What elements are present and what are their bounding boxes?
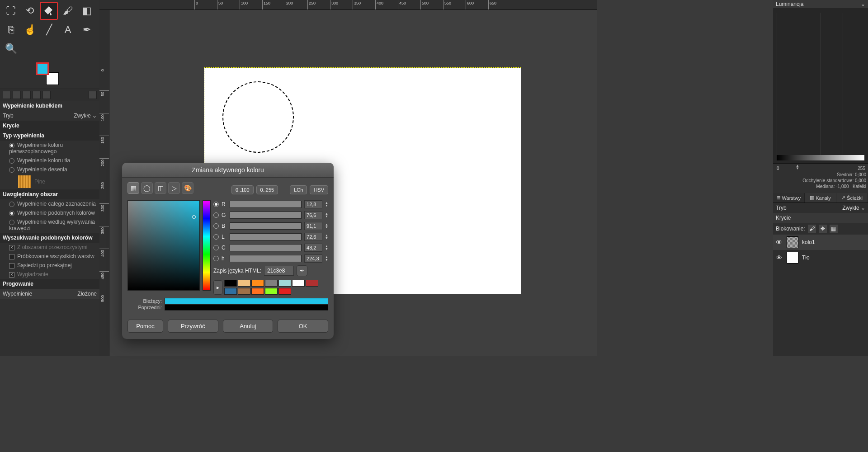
- recent-color-swatch[interactable]: [278, 280, 291, 287]
- fill-by-row[interactable]: Wypełnienie Złożone: [0, 289, 99, 299]
- spinner-L[interactable]: ▲▼: [325, 234, 328, 240]
- area-similar-radio[interactable]: Wypełnienie podobnych kolorów: [0, 208, 99, 217]
- check-sample[interactable]: Próbkowanie wszystkich warstw: [0, 252, 99, 261]
- lock-position-icon[interactable]: ✥: [819, 225, 827, 233]
- eye-icon[interactable]: 👁: [776, 254, 783, 261]
- swatches-next-icon[interactable]: ▸: [213, 280, 222, 295]
- value-R[interactable]: 12,8: [304, 200, 322, 208]
- reset-button[interactable]: Przywróć: [168, 320, 218, 333]
- histogram-channel-select[interactable]: Luminancja⌄: [773, 0, 868, 8]
- ok-button[interactable]: OK: [278, 320, 328, 333]
- recent-color-swatch[interactable]: [265, 288, 278, 295]
- path-tool[interactable]: ╱: [40, 21, 58, 39]
- range-0-255-button[interactable]: 0..255: [256, 185, 278, 194]
- layer-mode-row[interactable]: Tryb Zwykłe ⌄: [773, 203, 868, 213]
- eraser-tool[interactable]: ◧: [78, 2, 96, 20]
- recent-color-swatch[interactable]: [224, 280, 237, 287]
- slider-B[interactable]: [230, 222, 302, 230]
- radio-G[interactable]: [213, 212, 219, 218]
- clone-tool[interactable]: ⎘: [2, 21, 20, 39]
- help-button[interactable]: Pomoc: [127, 320, 163, 333]
- tab-palette[interactable]: 🎨: [182, 182, 193, 194]
- eye-icon[interactable]: 👁: [776, 239, 783, 246]
- fill-fg-radio[interactable]: Wypełnienie koloru pierwszoplanowego: [0, 141, 99, 156]
- opacity-label[interactable]: Krycie: [0, 121, 99, 131]
- recent-color-swatch[interactable]: [238, 288, 250, 295]
- lock-pixels-icon[interactable]: 🖌: [808, 225, 816, 233]
- cancel-button[interactable]: Anuluj: [223, 320, 274, 333]
- zoom-tool[interactable]: 🔍: [2, 40, 20, 58]
- tab-gimp-picker[interactable]: ▦: [127, 182, 139, 194]
- value-C[interactable]: 43,2: [304, 244, 322, 252]
- tab-device[interactable]: [13, 91, 21, 99]
- tab-paths[interactable]: ↗Ścieżki: [836, 193, 868, 202]
- tab-watercolor[interactable]: ◫: [155, 182, 166, 194]
- slider-L[interactable]: [230, 233, 302, 240]
- color-picker-tool[interactable]: ✒: [78, 21, 96, 39]
- mode-row[interactable]: Tryb Zwykłe ⌄: [0, 111, 99, 121]
- spinner-C[interactable]: ▲▼: [325, 245, 328, 250]
- fg-color-swatch[interactable]: [36, 62, 49, 75]
- layer-item[interactable]: 👁 kolo1: [773, 235, 868, 250]
- html-notation-input[interactable]: [264, 266, 294, 276]
- pattern-thumb[interactable]: [18, 175, 31, 188]
- crop-tool[interactable]: ⛶: [2, 2, 20, 20]
- area-detected-radio[interactable]: Wypełnienie według wykrywania krawędzi: [0, 217, 99, 233]
- current-color[interactable]: [165, 298, 328, 304]
- slider-h[interactable]: [230, 255, 302, 262]
- radio-B[interactable]: [213, 223, 219, 229]
- smudge-tool[interactable]: ☝: [21, 21, 39, 39]
- tab-cmyk[interactable]: ◯: [141, 182, 153, 194]
- fill-bg-radio[interactable]: Wypełnienie koloru tła: [0, 156, 99, 165]
- threshold-label[interactable]: Progowanie: [0, 279, 99, 289]
- recent-color-swatch[interactable]: [306, 280, 318, 287]
- recent-color-swatch[interactable]: [278, 288, 291, 295]
- recent-color-swatch[interactable]: [292, 280, 305, 287]
- check-antialias[interactable]: Wygładzanie: [0, 270, 99, 279]
- fill-pattern-radio[interactable]: Wypełnienie desenia: [0, 165, 99, 174]
- lock-alpha-icon[interactable]: ▦: [830, 225, 838, 233]
- recent-color-swatch[interactable]: [251, 280, 264, 287]
- spinner-h[interactable]: ▲▼: [325, 256, 328, 261]
- layer-item[interactable]: 👁 Tło: [773, 250, 868, 265]
- bucket-fill-tool[interactable]: [40, 2, 58, 20]
- tab-undo[interactable]: [23, 91, 31, 99]
- area-whole-radio[interactable]: Wypełnienie całego zaznaczenia: [0, 199, 99, 208]
- tab-foo[interactable]: [42, 91, 51, 99]
- check-diagonal[interactable]: Sąsiedzi po przekątnej: [0, 261, 99, 270]
- transform-tool[interactable]: ⟲: [21, 2, 39, 20]
- spinner-R[interactable]: ▲▼: [325, 202, 328, 207]
- recent-color-swatch[interactable]: [238, 280, 250, 287]
- recent-color-swatch[interactable]: [265, 280, 278, 287]
- recent-color-swatch[interactable]: [251, 288, 264, 295]
- radio-L[interactable]: [213, 234, 219, 240]
- previous-color[interactable]: [165, 304, 328, 311]
- slider-C[interactable]: [230, 244, 302, 251]
- layer-name[interactable]: Tło: [802, 254, 810, 261]
- value-G[interactable]: 76,6: [304, 211, 322, 219]
- text-tool[interactable]: A: [59, 21, 77, 39]
- slider-R[interactable]: [230, 201, 302, 208]
- histogram-range-slider[interactable]: [777, 155, 864, 160]
- eyedropper-icon[interactable]: ✒: [297, 265, 307, 276]
- spinner-B[interactable]: ▲▼: [325, 223, 328, 229]
- value-h[interactable]: 224,3: [304, 254, 322, 263]
- check-transparent[interactable]: Z obszarami przezroczystymi: [0, 243, 99, 252]
- tab-wheel[interactable]: ▷: [168, 182, 180, 194]
- range-0-100-button[interactable]: 0..100: [231, 185, 254, 194]
- tab-image[interactable]: [33, 91, 41, 99]
- slider-G[interactable]: [230, 212, 302, 219]
- recent-color-swatch[interactable]: [224, 288, 237, 295]
- radio-C[interactable]: [213, 245, 219, 250]
- value-B[interactable]: 91,1: [304, 222, 322, 230]
- tab-menu[interactable]: [89, 91, 97, 99]
- lch-button[interactable]: LCh: [290, 185, 307, 194]
- hsv-button[interactable]: HSV: [310, 185, 328, 194]
- layer-opacity-row[interactable]: Krycie: [773, 213, 868, 223]
- paintbrush-tool[interactable]: 🖌: [59, 2, 77, 20]
- tab-tool-options[interactable]: [3, 91, 11, 99]
- radio-R[interactable]: [213, 202, 219, 207]
- value-L[interactable]: 72,6: [304, 233, 322, 241]
- histogram-spinner[interactable]: ▲▼: [796, 165, 799, 170]
- tab-layers[interactable]: ≣Warstwy: [773, 193, 805, 202]
